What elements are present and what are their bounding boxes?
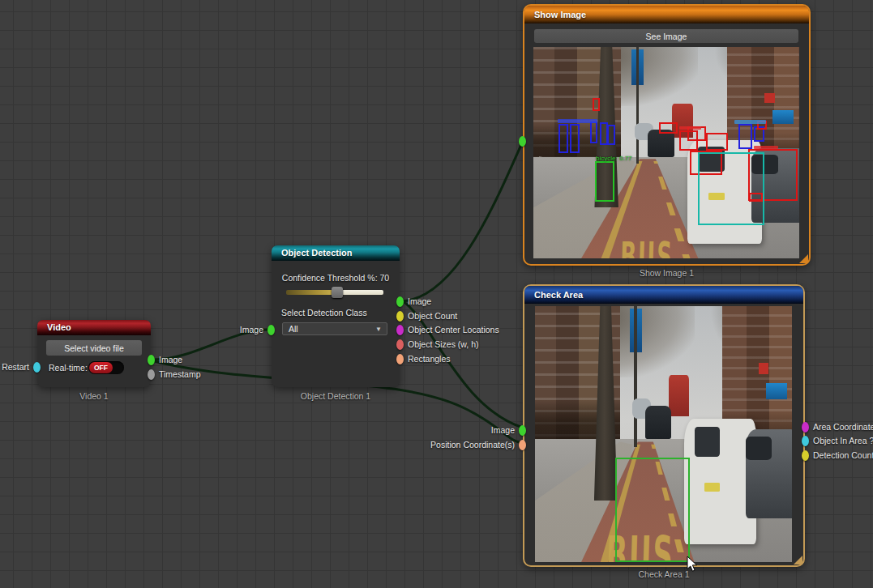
- check-area-node-caption: Check Area 1: [524, 569, 803, 579]
- detection-box-person: [607, 125, 615, 145]
- slider-thumb[interactable]: [332, 287, 343, 298]
- check-area-selection-rect[interactable]: [615, 458, 690, 562]
- select-video-file-button[interactable]: Select video file: [46, 340, 142, 356]
- mouse-cursor: [687, 556, 700, 574]
- rectangles-dot[interactable]: [396, 354, 404, 364]
- resize-handle[interactable]: [799, 254, 808, 263]
- restart-port-label: Restart: [2, 362, 29, 373]
- scene-van-window: [695, 427, 721, 458]
- detection-box-person: [590, 121, 597, 143]
- confidence-threshold-slider[interactable]: [286, 289, 383, 296]
- image-port-dot[interactable]: [148, 355, 155, 365]
- rectangles-label: Rectangles: [408, 354, 451, 364]
- show-image-preview: BUS bicycle: 0.77: [533, 47, 799, 258]
- node-show-image[interactable]: Show Image See Image: [523, 4, 811, 266]
- check-area-node-title: Check Area: [534, 290, 583, 300]
- node-check-area[interactable]: Check Area: [523, 284, 805, 567]
- show-image-node-header[interactable]: Show Image: [524, 6, 809, 23]
- port-show-image-in[interactable]: [519, 136, 526, 147]
- object-in-area-dot[interactable]: [802, 436, 809, 446]
- bicycle-detection-label: bicycle: 0.77: [596, 155, 631, 162]
- object-count-label: Object Count: [408, 311, 457, 322]
- scene-sign-blue: [772, 110, 794, 124]
- restart-port-dot[interactable]: [33, 362, 41, 373]
- realtime-label: Real-time:: [49, 363, 88, 373]
- object-detection-node-title: Object Detection: [281, 248, 352, 258]
- node-editor-canvas[interactable]: Video Select video file Real-time: OFF R…: [0, 0, 873, 588]
- object-sizes-label: Object Sizes (w, h): [408, 339, 479, 350]
- port-detection-image-in[interactable]: Image: [267, 325, 275, 335]
- detection-count-label: Detection Count: [813, 450, 873, 461]
- position-coordinates-dot[interactable]: [519, 440, 526, 450]
- detection-image-in-dot[interactable]: [267, 325, 275, 335]
- port-object-in-area-out[interactable]: Object In Area ?: [802, 436, 809, 446]
- object-sizes-dot[interactable]: [396, 339, 404, 350]
- realtime-toggle[interactable]: OFF: [88, 361, 124, 374]
- check-area-image-in-dot[interactable]: [519, 425, 526, 436]
- scene-red-bus: [669, 375, 689, 416]
- show-image-in-dot[interactable]: [519, 136, 526, 147]
- object-detection-node-caption: Object Detection 1: [272, 391, 400, 401]
- scene-gray-car-window: [746, 437, 772, 459]
- wire-detection-to-showimage: [403, 141, 523, 301]
- chevron-down-icon: ▼: [375, 323, 382, 335]
- detection-text-smudge: [754, 146, 778, 149]
- resize-handle[interactable]: [794, 556, 802, 565]
- detection-box-person: [570, 124, 580, 153]
- detection-class-value: All: [289, 324, 298, 334]
- area-coordinates-label: Area Coordinates: [813, 422, 873, 432]
- confidence-threshold-label: Confidence Threshold %: 70: [272, 273, 400, 283]
- port-detection-image-out[interactable]: Image: [396, 296, 404, 307]
- see-image-button[interactable]: See Image: [534, 29, 798, 43]
- check-area-preview[interactable]: BUS: [535, 306, 792, 562]
- node-object-detection[interactable]: Object Detection Confidence Threshold %:…: [272, 245, 400, 387]
- detection-text-smudge: [734, 120, 766, 124]
- position-coordinates-label: Position Coordinate(s): [430, 440, 515, 450]
- object-detection-node-header[interactable]: Object Detection: [272, 245, 400, 261]
- port-position-coordinates-in[interactable]: Position Coordinate(s): [519, 440, 526, 450]
- port-area-coordinates-out[interactable]: Area Coordinates: [802, 422, 809, 432]
- port-object-centers-out[interactable]: Object Center Locations: [396, 325, 404, 335]
- detection-text-smudge: [679, 126, 700, 130]
- detection-box-bicycle: [595, 161, 614, 202]
- detection-image-out-label: Image: [408, 296, 431, 307]
- port-detection-count-out[interactable]: Detection Count: [802, 450, 809, 461]
- timestamp-port-dot[interactable]: [148, 369, 155, 380]
- detection-box-person: [558, 124, 568, 153]
- scene-van-plate: [704, 483, 720, 492]
- object-centers-label: Object Center Locations: [408, 325, 499, 335]
- scene-pole: [636, 47, 639, 164]
- realtime-toggle-state: OFF: [89, 362, 113, 373]
- detection-image-out-dot[interactable]: [396, 296, 404, 307]
- video-node-header[interactable]: Video: [37, 320, 151, 335]
- check-area-image-in-label: Image: [491, 425, 515, 436]
- scene-dark-car: [645, 406, 671, 439]
- port-video-restart[interactable]: Restart: [33, 362, 41, 373]
- video-node-title: Video: [47, 322, 71, 332]
- detection-class-dropdown[interactable]: All ▼: [282, 322, 387, 335]
- port-object-sizes-out[interactable]: Object Sizes (w, h): [396, 339, 404, 350]
- port-object-count-out[interactable]: Object Count: [396, 311, 404, 322]
- video-node-caption: Video 1: [37, 391, 151, 401]
- port-check-area-image-in[interactable]: Image: [519, 425, 526, 436]
- detection-image-in-label: Image: [240, 325, 263, 335]
- slider-track-empty[interactable]: [341, 290, 383, 295]
- detection-box-vehicle: [593, 98, 600, 111]
- check-area-node-header[interactable]: Check Area: [524, 286, 803, 304]
- scene-bus-road-marking: BUS: [620, 233, 674, 258]
- detection-box-vehicle: [659, 122, 678, 134]
- port-rectangles-out[interactable]: Rectangles: [396, 354, 404, 364]
- show-image-node-title: Show Image: [534, 10, 586, 19]
- port-video-timestamp-out[interactable]: Timestamp: [148, 369, 155, 380]
- port-video-image-out[interactable]: Image: [148, 355, 155, 365]
- object-count-dot[interactable]: [396, 311, 404, 322]
- object-centers-dot[interactable]: [396, 325, 404, 335]
- timestamp-port-label: Timestamp: [159, 369, 201, 380]
- area-coordinates-dot[interactable]: [802, 422, 809, 432]
- scene-sign-blue: [766, 383, 786, 400]
- object-in-area-label: Object In Area ?: [813, 436, 873, 446]
- detection-box-vehicle: [706, 133, 728, 151]
- detection-count-dot[interactable]: [802, 450, 809, 461]
- scene-sign-red: [764, 93, 775, 103]
- node-video[interactable]: Video Select video file Real-time: OFF R…: [37, 320, 151, 387]
